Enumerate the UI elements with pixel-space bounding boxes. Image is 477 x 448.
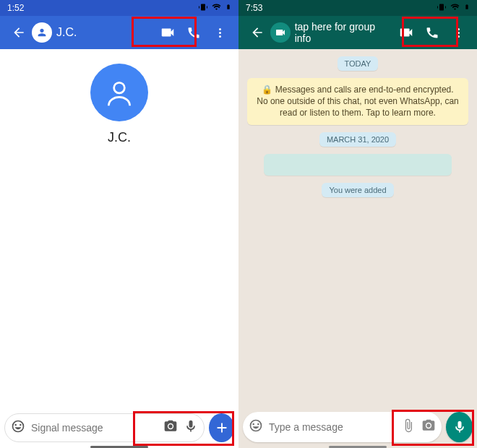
encryption-text: Messages and calls are end-to-end encryp… [257, 85, 459, 118]
today-chip: TODAY [338, 56, 379, 71]
you-were-added-chip: You were added [322, 183, 393, 197]
video-call-button[interactable] [158, 22, 178, 43]
whatsapp-screen: 7:53 tap here for group info [239, 0, 477, 448]
contact-large-avatar [90, 64, 148, 121]
video-call-button[interactable] [397, 22, 417, 43]
system-row [264, 154, 452, 176]
date-chip: MARCH 31, 2020 [319, 132, 396, 147]
signal-composer [4, 412, 234, 444]
svg-point-0 [114, 82, 125, 93]
back-button[interactable] [9, 22, 29, 43]
battery-icon [225, 2, 231, 14]
group-avatar[interactable] [270, 22, 291, 43]
status-icons [437, 2, 470, 14]
wifi-icon [450, 2, 460, 14]
group-subtitle[interactable]: tap here for group info [295, 21, 394, 44]
signal-screen: 1:52 J.C. [0, 0, 239, 448]
contact-name-label: J.C. [108, 130, 131, 145]
whatsapp-composer [243, 410, 473, 444]
status-icons [199, 2, 231, 14]
emoji-button[interactable] [11, 419, 25, 436]
vibrate-icon [199, 3, 207, 14]
lock-icon: 🔒 [262, 85, 272, 95]
message-input[interactable] [269, 421, 395, 433]
clock: 1:52 [7, 3, 24, 13]
status-bar: 1:52 [0, 0, 239, 16]
vibrate-icon [437, 3, 446, 14]
chat-area[interactable]: TODAY 🔒 Messages and calls are end-to-en… [239, 49, 477, 406]
voice-call-button[interactable] [184, 22, 204, 43]
emoji-button[interactable] [249, 418, 263, 436]
voice-call-button[interactable] [422, 22, 442, 43]
signal-body: J.C. [0, 49, 239, 406]
camera-button[interactable] [163, 419, 178, 436]
wifi-icon [212, 2, 221, 14]
attach-button[interactable] [401, 418, 416, 436]
status-bar: 7:53 [239, 0, 477, 16]
attach-plus-button[interactable] [209, 413, 234, 442]
signal-appbar: J.C. [0, 16, 239, 49]
clock: 7:53 [246, 3, 262, 13]
message-input[interactable] [31, 422, 158, 434]
voice-message-button[interactable] [446, 412, 473, 442]
contact-title[interactable]: J.C. [56, 26, 77, 39]
mic-button[interactable] [184, 419, 198, 436]
whatsapp-appbar: tap here for group info [239, 16, 477, 49]
message-input-pill[interactable] [4, 413, 205, 442]
contact-avatar[interactable] [32, 22, 52, 43]
message-input-pill[interactable] [243, 412, 442, 442]
battery-icon [464, 2, 470, 14]
encryption-notice[interactable]: 🔒 Messages and calls are end-to-end encr… [247, 78, 468, 125]
camera-button[interactable] [421, 418, 436, 436]
overflow-menu-button[interactable] [210, 22, 230, 43]
back-button[interactable] [247, 22, 267, 43]
overflow-menu-button[interactable] [448, 22, 468, 43]
